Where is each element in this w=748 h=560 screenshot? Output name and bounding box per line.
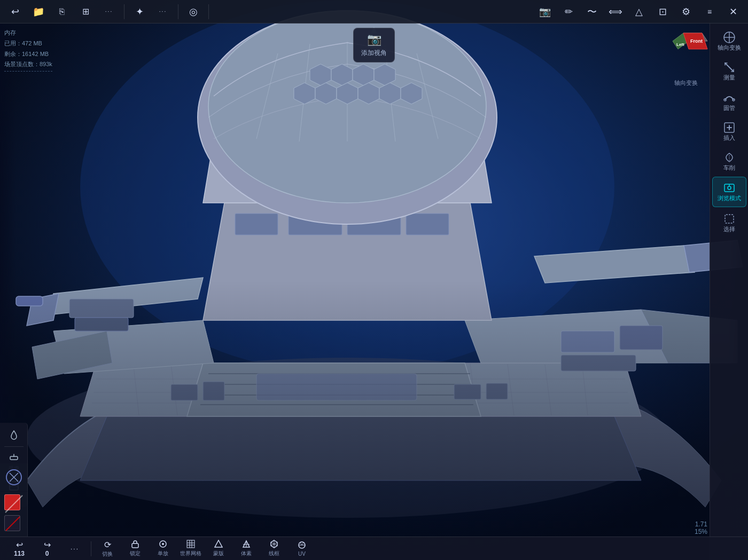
redo-button[interactable]: ↪ 0 — [33, 538, 61, 559]
select-icon — [723, 212, 736, 225]
wireframe-button[interactable]: 线框 — [260, 538, 288, 559]
world-grid-label: 世界网格 — [180, 550, 201, 557]
add-camera-button[interactable]: 📷 添加视角 — [353, 28, 395, 62]
more-menu-1[interactable]: ··· — [98, 2, 120, 21]
lock-button[interactable]: 锁定 — [121, 538, 149, 559]
browse-mode-icon — [723, 182, 736, 194]
orientation-cube-svg: Left Front — [665, 28, 713, 76]
drop-icon — [8, 429, 20, 441]
right-panel: 轴向变换 测量 圆管 插入 车削 — [710, 0, 748, 560]
tube-icon — [723, 91, 736, 104]
svg-line-78 — [6, 517, 20, 531]
viewport[interactable] — [0, 0, 748, 560]
world-grid-button[interactable]: 世界网格 — [177, 538, 205, 559]
version-number: 1.71 — [695, 520, 707, 528]
folder-button[interactable]: 📁 — [28, 2, 49, 21]
uv-button[interactable]: UV — [288, 538, 316, 559]
build-info: 15% — [695, 528, 707, 535]
settings-button[interactable]: ⚙ — [675, 2, 697, 21]
cube-left-label: Left — [676, 42, 684, 47]
memory-info: 内存 已用：472 MB 剩余：16142 MB 场景顶点数：893k — [4, 28, 52, 73]
axis-transform-icon — [723, 31, 736, 44]
camera-add-icon: 📷 — [367, 33, 381, 46]
undo-button[interactable]: ↩ 113 — [5, 538, 33, 559]
select-label: 选择 — [723, 225, 735, 233]
brush-settings-button[interactable]: ✦ — [129, 2, 150, 21]
measure-label: 测量 — [723, 74, 735, 81]
lathe-button[interactable]: 车削 — [712, 147, 746, 176]
lock-icon — [131, 540, 139, 548]
more-menu-2[interactable]: ··· — [152, 2, 174, 21]
drop-tool-button[interactable] — [2, 426, 26, 444]
svg-line-77 — [5, 495, 22, 512]
memory-remaining: 剩余：16142 MB — [4, 49, 52, 60]
axis-indicator[interactable] — [0, 463, 28, 491]
axis-circle-icon — [4, 468, 24, 487]
add-camera-label: 添加视角 — [361, 49, 387, 58]
topology-icon — [242, 540, 251, 548]
paint-button[interactable]: ◎ — [183, 2, 204, 21]
browse-mode-label: 浏览模式 — [718, 194, 741, 202]
svg-point-81 — [162, 543, 164, 545]
tube-label: 圆管 — [723, 104, 735, 112]
uv-icon — [298, 541, 306, 549]
version-info: 1.71 15% — [695, 520, 707, 535]
draft-icon — [214, 540, 223, 548]
switch-label: 切换 — [102, 550, 113, 558]
layers-panel-button[interactable]: ⊡ — [652, 2, 673, 21]
memory-title: 内存 — [4, 28, 52, 38]
swatch-x-icon — [5, 516, 21, 532]
svg-marker-87 — [215, 540, 222, 547]
uv-label: UV — [298, 551, 306, 557]
swatch-diagonal — [4, 494, 24, 514]
swatch-dark[interactable] — [4, 515, 24, 534]
pen-tool-button[interactable]: ✏ — [558, 2, 579, 21]
svg-rect-79 — [132, 543, 138, 548]
3d-model-canvas — [0, 0, 748, 560]
single-mode-button[interactable]: 单放 — [149, 538, 177, 559]
wireframe-icon — [270, 540, 278, 548]
triangle-tool-button[interactable]: △ — [628, 2, 650, 21]
measure-icon — [723, 61, 736, 74]
back-button[interactable]: ↩ — [4, 2, 26, 21]
world-grid-icon — [186, 540, 195, 548]
bottom-toolbar: ↩ 113 ↪ 0 ··· ⟳ 切换 锁定 单放 世界网格 — [0, 537, 748, 560]
more-bottom-button[interactable]: ··· — [61, 538, 89, 559]
axis-gizmo[interactable]: Left Front 轴向变换 — [665, 28, 707, 70]
draft-label: 蒙版 — [213, 550, 224, 557]
layers-button[interactable]: ⊞ — [75, 2, 96, 21]
insert-button[interactable]: 插入 — [712, 117, 746, 146]
svg-rect-50 — [0, 0, 748, 560]
camera-capture-button[interactable]: 📷 — [534, 2, 556, 21]
tools-button[interactable]: ✕ — [722, 2, 744, 21]
measure-button[interactable]: 测量 — [712, 57, 746, 85]
topology-label: 体素 — [241, 550, 252, 557]
single-icon — [159, 540, 167, 548]
browse-mode-button[interactable]: 浏览模式 — [712, 177, 746, 207]
insert-label: 插入 — [723, 134, 735, 141]
share-button[interactable]: ⎘ — [51, 2, 73, 21]
axis-transform-label: 轴向变换 — [665, 79, 707, 87]
svg-point-66 — [728, 186, 731, 190]
topology-button[interactable]: 体素 — [232, 538, 260, 559]
select-button[interactable]: 选择 — [712, 208, 746, 237]
lock-label: 锁定 — [130, 550, 141, 557]
color-swatches — [0, 492, 28, 537]
switch-button[interactable]: ⟳ 切换 — [94, 538, 121, 559]
axis-transform-button[interactable]: 轴向变换 — [712, 27, 746, 56]
smooth-icon — [8, 452, 20, 464]
axis-transform-label: 轴向变换 — [718, 44, 741, 51]
single-label: 单放 — [158, 550, 168, 557]
cube-front-label: Front — [690, 38, 703, 44]
svg-rect-69 — [10, 456, 18, 460]
tube-button[interactable]: 圆管 — [712, 87, 746, 116]
mirror-button[interactable]: ⟺ — [605, 2, 626, 21]
lathe-icon — [723, 151, 736, 164]
render-settings-button[interactable]: ≡ — [699, 2, 720, 21]
curve-tool-button[interactable]: 〜 — [581, 2, 603, 21]
svg-rect-68 — [725, 215, 734, 223]
lathe-label: 车削 — [723, 164, 735, 171]
swatch-red[interactable] — [4, 494, 24, 514]
wireframe-label: 线框 — [269, 550, 279, 557]
draft-button[interactable]: 蒙版 — [205, 538, 232, 559]
